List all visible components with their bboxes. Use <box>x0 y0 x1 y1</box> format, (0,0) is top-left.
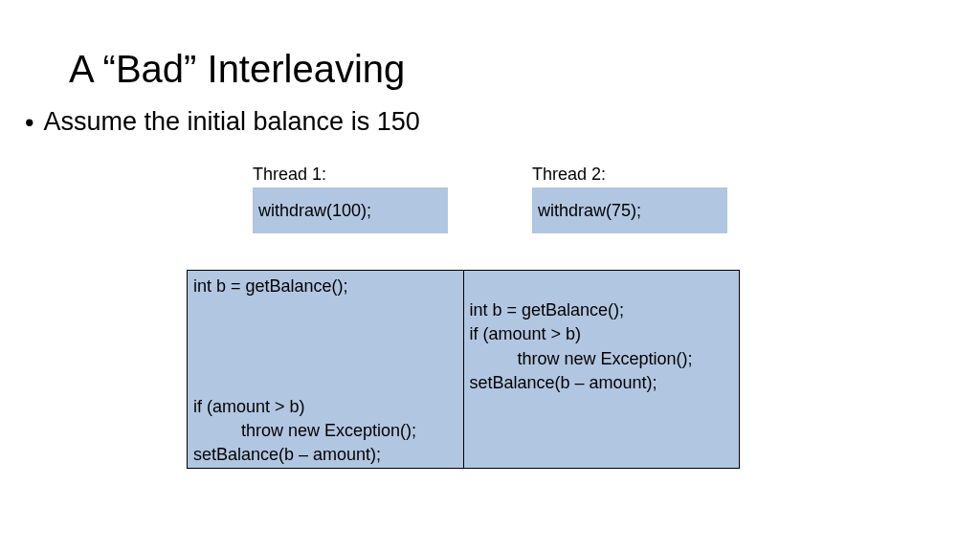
slide-title: A “Bad” Interleaving <box>69 48 405 91</box>
bullet-item: • Assume the initial balance is 150 <box>25 107 420 138</box>
bullet-dot-icon: • <box>25 107 33 138</box>
thread-1-label: Thread 1: <box>253 165 326 185</box>
thread-2-call-box: withdraw(75); <box>532 187 727 233</box>
thread-2-label: Thread 2: <box>532 165 606 185</box>
interleaving-table: int b = getBalance(); if (amount > b) th… <box>187 270 740 469</box>
interleaving-right-column: int b = getBalance(); if (amount > b) th… <box>464 271 740 468</box>
thread-1-call-box: withdraw(100); <box>253 187 448 233</box>
thread-2-call-text: withdraw(75); <box>538 201 641 221</box>
thread-1-call-text: withdraw(100); <box>258 201 371 221</box>
bullet-text: Assume the initial balance is 150 <box>43 107 419 137</box>
interleaving-left-column: int b = getBalance(); if (amount > b) th… <box>188 271 464 468</box>
